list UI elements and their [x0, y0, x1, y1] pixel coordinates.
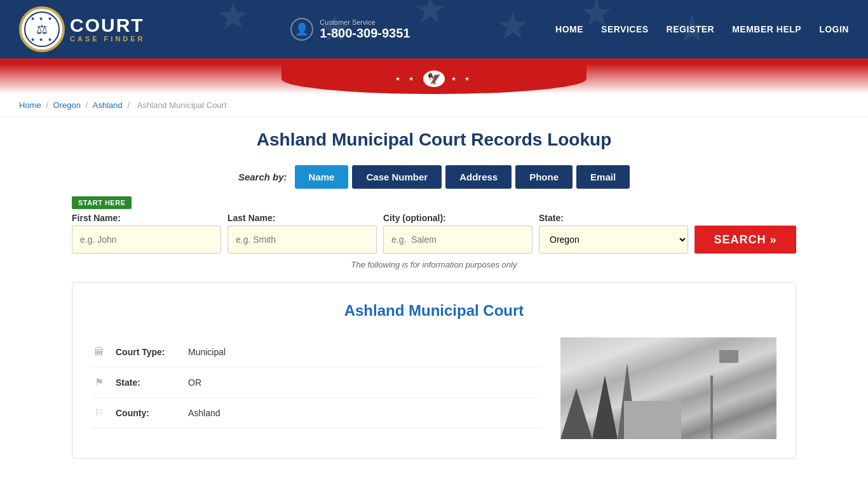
state-label-detail: State: — [116, 377, 179, 388]
ribbon-stars-right: ★ ★ — [451, 76, 473, 82]
court-type-value: Municipal — [188, 347, 226, 357]
main-content: Ashland Municipal Court Records Lookup S… — [53, 117, 815, 471]
tab-name[interactable]: Name — [295, 165, 349, 189]
bg-star: ★ — [216, 0, 250, 38]
search-form-container: START HERE First Name: Last Name: City (… — [72, 196, 796, 254]
state-flag-icon: ⚑ — [92, 376, 107, 388]
search-by-label: Search by: — [238, 172, 287, 182]
court-details: 🏛 Court Type: Municipal ⚑ State: OR ⚐ Co… — [92, 337, 776, 439]
start-here-badge: START HERE — [72, 196, 132, 209]
logo-text: COURT CASE FINDER — [70, 16, 146, 43]
tab-phone[interactable]: Phone — [515, 165, 573, 189]
detail-row-court-type: 🏛 Court Type: Municipal — [92, 337, 541, 367]
search-button[interactable]: SEARCH » — [695, 226, 796, 254]
first-name-label: First Name: — [72, 213, 221, 223]
nav-register[interactable]: REGISTER — [667, 24, 715, 34]
ribbon-container: ★ ★ 🦅 ★ ★ — [0, 64, 868, 94]
phone-text: Customer Service 1-800-309-9351 — [320, 18, 410, 41]
city-group: City (optional): — [383, 213, 532, 254]
court-info-box: Ashland Municipal Court 🏛 Court Type: Mu… — [72, 282, 796, 459]
tab-case-number[interactable]: Case Number — [352, 165, 442, 189]
court-details-left: 🏛 Court Type: Municipal ⚑ State: OR ⚐ Co… — [92, 337, 541, 439]
court-image-sim — [560, 337, 776, 439]
phone-number: 1-800-309-9351 — [320, 26, 410, 41]
state-value: OR — [188, 377, 201, 388]
breadcrumb-sep-3: / — [127, 100, 132, 110]
flag-pole — [710, 376, 713, 439]
logo-stars: ★ ★ ★ — [31, 16, 53, 22]
scales-icon: ⚖ — [36, 22, 48, 37]
last-name-group: Last Name: — [227, 213, 377, 254]
detail-row-county: ⚐ County: Ashland — [92, 398, 541, 428]
last-name-label: Last Name: — [227, 213, 377, 223]
building-shape — [624, 401, 681, 439]
bg-star: ★ — [413, 0, 447, 32]
county-label: County: — [116, 408, 179, 418]
court-image — [560, 337, 776, 439]
city-input[interactable] — [383, 226, 532, 254]
breadcrumb-sep-1: / — [46, 100, 50, 110]
phone-area: 👤 Customer Service 1-800-309-9351 — [290, 18, 410, 41]
county-value: Ashland — [188, 408, 220, 418]
flag-shape — [719, 350, 738, 363]
nav-member-help[interactable]: MEMBER HELP — [732, 24, 801, 34]
ribbon-arch: ★ ★ 🦅 ★ ★ — [281, 64, 587, 94]
logo-court-text: COURT — [70, 16, 146, 35]
tab-address[interactable]: Address — [445, 165, 512, 189]
first-name-input[interactable] — [72, 226, 221, 254]
logo-stars-bottom: ★ ★ ★ — [31, 37, 53, 43]
tab-email[interactable]: Email — [576, 165, 630, 189]
breadcrumb: Home / Oregon / Ashland / Ashland Munici… — [0, 94, 868, 117]
state-select[interactable]: Oregon Alabama Alaska Arizona California… — [539, 226, 688, 254]
tree-1 — [560, 388, 592, 439]
nav-login[interactable]: LOGIN — [819, 24, 849, 34]
tree-2 — [592, 376, 618, 439]
breadcrumb-current: Ashland Municipal Court — [137, 100, 227, 110]
search-by-row: Search by: Name Case Number Address Phon… — [72, 165, 796, 189]
last-name-input[interactable] — [227, 226, 377, 254]
breadcrumb-oregon[interactable]: Oregon — [53, 100, 81, 110]
state-group: State: Oregon Alabama Alaska Arizona Cal… — [539, 213, 688, 254]
main-nav: HOME SERVICES REGISTER MEMBER HELP LOGIN — [555, 24, 849, 34]
info-note: The following is for information purpose… — [72, 260, 796, 269]
logo-circle: ★ ★ ★ ⚖ ★ ★ ★ — [19, 6, 65, 52]
header: ★ ★ ★ ★ ★ ★ ★ ★ ★ ⚖ ★ ★ ★ COURT CASE FIN… — [0, 0, 868, 58]
bg-star: ★ — [496, 3, 530, 48]
customer-service-label: Customer Service — [320, 18, 410, 26]
first-name-group: First Name: — [72, 213, 221, 254]
city-label: City (optional): — [383, 213, 532, 223]
nav-services[interactable]: SERVICES — [601, 24, 649, 34]
ribbon-stars-left: ★ ★ — [395, 76, 417, 82]
eagle-icon: 🦅 — [423, 71, 445, 87]
building-icon: 🏛 — [92, 346, 107, 358]
page-title: Ashland Municipal Court Records Lookup — [72, 130, 796, 150]
state-label: State: — [539, 213, 688, 223]
logo-case-finder-text: CASE FINDER — [70, 35, 146, 43]
search-form: First Name: Last Name: City (optional): … — [72, 213, 796, 254]
court-type-label: Court Type: — [116, 347, 179, 357]
logo-circle-inner: ★ ★ ★ ⚖ ★ ★ ★ — [24, 11, 60, 47]
nav-home[interactable]: HOME — [555, 24, 583, 34]
breadcrumb-home[interactable]: Home — [19, 100, 41, 110]
phone-icon: 👤 — [290, 18, 313, 41]
county-flag-icon: ⚐ — [92, 407, 107, 419]
breadcrumb-sep-2: / — [86, 100, 90, 110]
logo-area: ★ ★ ★ ⚖ ★ ★ ★ COURT CASE FINDER — [19, 6, 146, 52]
red-ribbon-top — [0, 58, 868, 64]
court-info-title: Ashland Municipal Court — [92, 302, 776, 320]
detail-row-state: ⚑ State: OR — [92, 367, 541, 398]
breadcrumb-ashland[interactable]: Ashland — [93, 100, 123, 110]
